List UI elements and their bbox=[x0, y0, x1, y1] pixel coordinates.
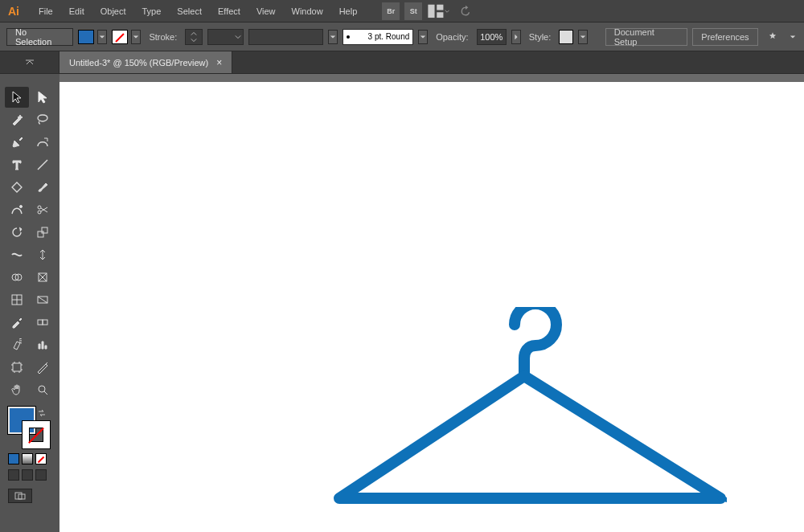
draw-inside[interactable] bbox=[35, 469, 47, 481]
opacity-input[interactable]: 100% bbox=[477, 29, 507, 45]
fill-stroke-indicator[interactable] bbox=[0, 407, 59, 452]
column-graph-tool[interactable] bbox=[31, 334, 55, 355]
artboard-tool[interactable] bbox=[5, 357, 29, 378]
style-dropdown[interactable] bbox=[578, 30, 588, 44]
chevron-down-icon bbox=[790, 34, 796, 40]
selection-tool-icon bbox=[10, 91, 23, 104]
direct-selection-tool[interactable] bbox=[31, 87, 55, 108]
stroke-weight-input[interactable] bbox=[185, 29, 203, 45]
variable-width-profile[interactable] bbox=[248, 29, 323, 45]
brush-dropdown[interactable] bbox=[418, 30, 428, 44]
control-panel-menu[interactable] bbox=[763, 28, 784, 46]
menu-view[interactable]: View bbox=[248, 0, 284, 22]
symbol-sprayer-tool[interactable] bbox=[5, 334, 29, 355]
rectangle-tool[interactable] bbox=[5, 177, 29, 198]
svg-rect-2 bbox=[437, 12, 444, 18]
zoom-tool[interactable] bbox=[31, 379, 55, 400]
shaper-tool[interactable] bbox=[5, 199, 29, 220]
screen-mode-icon bbox=[14, 492, 26, 500]
svg-rect-7 bbox=[42, 227, 47, 233]
menu-effect[interactable]: Effect bbox=[210, 0, 248, 22]
selection-tool[interactable] bbox=[5, 87, 29, 108]
chevron-down-icon bbox=[330, 34, 336, 40]
blend-tool[interactable] bbox=[31, 312, 55, 333]
eraser-tool[interactable] bbox=[31, 199, 55, 220]
draw-behind[interactable] bbox=[22, 469, 33, 481]
menu-edit[interactable]: Edit bbox=[61, 0, 92, 22]
bridge-button[interactable]: Br bbox=[382, 2, 400, 20]
document-tab[interactable]: Untitled-3* @ 150% (RGB/Preview) × bbox=[59, 51, 232, 73]
fill-dropdown[interactable] bbox=[97, 30, 107, 44]
menu-window[interactable]: Window bbox=[284, 0, 331, 22]
menu-select[interactable]: Select bbox=[169, 0, 210, 22]
graphic-style-swatch[interactable] bbox=[559, 30, 573, 44]
svg-rect-14 bbox=[43, 320, 47, 325]
document-setup-button[interactable]: Document Setup bbox=[605, 28, 688, 46]
draw-normal[interactable] bbox=[8, 469, 19, 481]
opacity-dropdown[interactable] bbox=[511, 30, 521, 44]
shape-builder-icon bbox=[10, 271, 23, 284]
line-segment-tool[interactable] bbox=[31, 154, 55, 175]
lasso-tool[interactable] bbox=[31, 109, 55, 130]
arrange-documents-button[interactable] bbox=[427, 2, 449, 20]
type-tool[interactable] bbox=[5, 154, 29, 175]
pen-tool[interactable] bbox=[5, 132, 29, 153]
variable-width-dropdown[interactable] bbox=[328, 30, 338, 44]
mesh-tool[interactable] bbox=[5, 289, 29, 310]
menu-object[interactable]: Object bbox=[92, 0, 134, 22]
color-mode-gradient[interactable] bbox=[22, 453, 33, 464]
preferences-button[interactable]: Preferences bbox=[692, 28, 757, 46]
rectangle-icon bbox=[10, 181, 23, 194]
stroke-profile-dropdown[interactable] bbox=[207, 29, 244, 45]
toolbox-collapse-handle[interactable] bbox=[0, 51, 59, 73]
fill-swatch[interactable] bbox=[78, 30, 94, 44]
svg-point-4 bbox=[38, 206, 41, 209]
shape-builder-tool[interactable] bbox=[5, 267, 29, 288]
control-bar: No Selection Stroke: 3 pt. Round Opacity… bbox=[0, 23, 804, 51]
stock-button[interactable]: St bbox=[404, 2, 422, 20]
color-mode-none[interactable] bbox=[35, 453, 47, 464]
hand-tool[interactable] bbox=[5, 379, 29, 400]
menu-type[interactable]: Type bbox=[134, 0, 170, 22]
chevron-right-icon bbox=[513, 34, 519, 40]
brush-definition[interactable]: 3 pt. Round bbox=[343, 29, 414, 45]
slice-tool[interactable] bbox=[31, 357, 55, 378]
swap-icon bbox=[37, 408, 47, 418]
magic-wand-icon bbox=[10, 113, 23, 126]
hanger-shape[interactable] bbox=[277, 307, 727, 532]
magic-wand-tool[interactable] bbox=[5, 109, 29, 130]
chevron-up-icon bbox=[191, 31, 197, 37]
rotate-tool[interactable] bbox=[5, 222, 29, 243]
style-label: Style: bbox=[526, 32, 555, 42]
canvas-area[interactable] bbox=[59, 82, 804, 532]
document-tab-close[interactable]: × bbox=[216, 57, 222, 68]
stroke-label: Stroke: bbox=[146, 32, 180, 42]
curvature-tool[interactable] bbox=[31, 132, 55, 153]
screen-mode-button[interactable] bbox=[8, 489, 32, 503]
chevron-down-icon bbox=[99, 34, 105, 40]
menu-help[interactable]: Help bbox=[331, 0, 366, 22]
artboard[interactable] bbox=[59, 82, 804, 532]
scale-tool[interactable] bbox=[31, 222, 55, 243]
selection-status-label: No Selection bbox=[15, 27, 64, 47]
stroke-indicator[interactable] bbox=[23, 421, 50, 448]
color-mode-solid[interactable] bbox=[8, 453, 19, 464]
gradient-tool[interactable] bbox=[31, 289, 55, 310]
stroke-dropdown[interactable] bbox=[131, 30, 141, 44]
sync-settings-button[interactable] bbox=[454, 2, 477, 20]
free-transform-tool[interactable] bbox=[31, 244, 55, 265]
swap-fill-stroke[interactable] bbox=[37, 408, 47, 418]
width-tool[interactable] bbox=[5, 244, 29, 265]
control-panel-dropdown[interactable] bbox=[788, 30, 798, 44]
brush-dot-icon bbox=[347, 35, 350, 39]
stroke-weight-stepper[interactable] bbox=[190, 31, 198, 43]
color-mode-row bbox=[0, 452, 59, 466]
stroke-swatch[interactable] bbox=[112, 30, 128, 44]
selection-status[interactable]: No Selection bbox=[6, 28, 73, 46]
paintbrush-tool[interactable] bbox=[31, 177, 55, 198]
scissors-icon bbox=[36, 203, 49, 216]
eyedropper-tool[interactable] bbox=[5, 312, 29, 333]
perspective-grid-tool[interactable] bbox=[31, 267, 55, 288]
app-logo: Ai bbox=[5, 2, 23, 20]
menu-file[interactable]: File bbox=[31, 0, 61, 22]
